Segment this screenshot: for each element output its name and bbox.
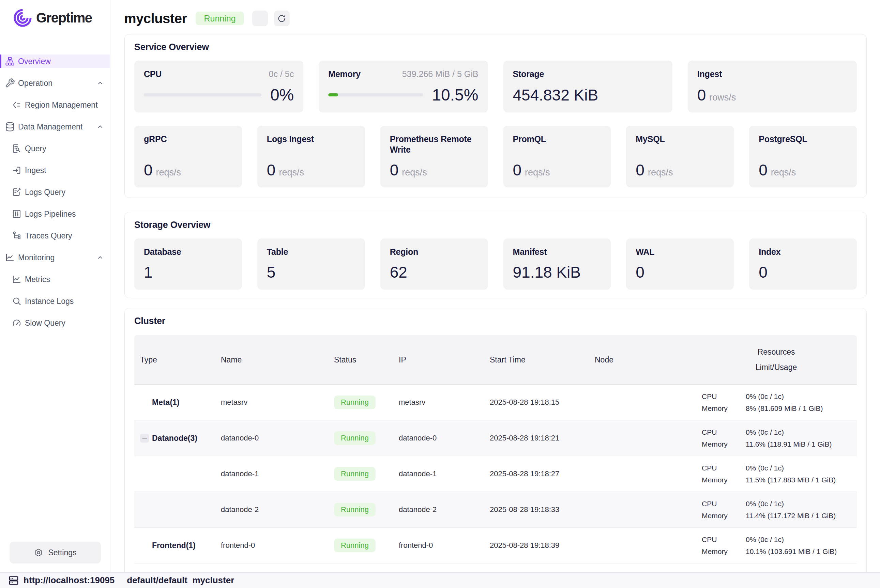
chart-line-icon <box>5 252 15 262</box>
sidebar-item-query[interactable]: Query <box>0 142 110 155</box>
sidebar-item-region-management[interactable]: Region Management <box>0 98 110 112</box>
protocol-label: MySQL <box>636 134 724 144</box>
row-resources: CPU0% (0c / 1c) Memory8% (81.609 MiB / 1… <box>695 385 857 420</box>
memory-percent: 10.5% <box>432 86 478 104</box>
sidebar-item-metrics[interactable]: Metrics <box>0 273 110 286</box>
storage-card-value: 0 <box>759 263 767 281</box>
storage-value: 454.832 KiB <box>513 86 598 104</box>
sidebar-item-label: Monitoring <box>18 253 54 262</box>
sidebar: Greptime Overview <box>0 0 110 572</box>
col-resources-label: Resources <box>758 348 795 357</box>
storage-card-value: 62 <box>390 263 407 281</box>
cpu-percent: 0% <box>270 86 294 104</box>
header-action-button[interactable] <box>252 10 268 26</box>
service-metric-cards: CPU 0c / 5c 0% Memory 539.266 MiB / 5 Gi… <box>134 61 857 112</box>
row-type: Frontend(1) <box>152 541 196 550</box>
app-root: Greptime Overview <box>0 0 880 588</box>
row-status-badge: Running <box>334 396 375 409</box>
page-header: mycluster Running <box>111 0 880 27</box>
memory-label: Memory <box>328 69 360 80</box>
resource-cpu-value: 0% (0c / 1c) <box>746 428 784 436</box>
page-title: mycluster <box>124 11 187 26</box>
cpu-label: CPU <box>144 69 162 80</box>
row-resources: CPU0% (0c / 1c) Memory11.5% (117.883 MiB… <box>695 456 857 492</box>
promql-card: PromQL 0 reqs/s <box>503 126 611 188</box>
wal-card: WAL 0 <box>626 238 734 290</box>
sidebar-group-monitoring[interactable]: Monitoring <box>0 251 110 264</box>
chevron-up-icon <box>96 254 104 261</box>
row-resources: CPU0% (0c / 1c) Memory11.6% (118.91 MiB … <box>695 420 857 456</box>
refresh-icon <box>277 14 286 23</box>
col-ip: IP <box>393 356 484 364</box>
tree-icon <box>12 231 22 241</box>
database-card: Database 1 <box>134 238 242 290</box>
storage-card: Storage 454.832 KiB <box>503 61 673 112</box>
sidebar-item-logs-query[interactable]: Logs Query <box>0 185 110 199</box>
greptime-logo-icon <box>13 8 32 28</box>
memory-limit: 539.266 MiB / 5 GiB <box>402 69 479 79</box>
protocol-value: 0 <box>759 161 767 179</box>
row-resources: CPU0% (0c / 1c) Memory10.1% (103.691 MiB… <box>695 528 857 563</box>
resource-cpu-value: 0% (0c / 1c) <box>746 393 784 400</box>
grpc-card: gRPC 0 reqs/s <box>134 126 242 188</box>
import-icon <box>12 165 22 176</box>
row-ip: datanode-2 <box>393 505 484 514</box>
sidebar-item-instance-logs[interactable]: Instance Logs <box>0 294 110 308</box>
collapse-datanode-button[interactable] <box>140 434 149 442</box>
table-row-datanode-0: Datanode(3) datanode-0 Running datanode-… <box>134 420 857 456</box>
sidebar-item-ingest[interactable]: Ingest <box>0 164 110 177</box>
protocol-unit: reqs/s <box>279 167 304 178</box>
cluster-status-badge: Running <box>196 12 244 25</box>
connection-url[interactable]: http://localhost:19095 <box>24 575 114 586</box>
resource-cpu-label: CPU <box>702 464 746 472</box>
row-ip: datanode-1 <box>393 470 484 478</box>
brand-logo[interactable]: Greptime <box>0 0 110 28</box>
resource-memory-label: Memory <box>702 476 746 484</box>
row-ip: frontend-0 <box>393 541 484 550</box>
protocol-label: gRPC <box>144 134 233 144</box>
sidebar-nav: Overview Operation <box>0 54 110 330</box>
row-name: metasrv <box>215 398 328 407</box>
gear-icon <box>34 548 43 557</box>
row-status-badge: Running <box>334 431 375 445</box>
sliders-icon <box>12 209 22 219</box>
storage-cards: Database 1 Table 5 Region 62 Manifest 91… <box>134 238 857 290</box>
postgresql-card: PostgreSQL 0 reqs/s <box>749 126 857 188</box>
main-content: mycluster Running Service Overview CPU 0… <box>111 0 880 572</box>
col-limit-usage-label: Limit/Usage <box>755 363 797 372</box>
row-name: frontend-0 <box>215 541 328 550</box>
protocol-value: 0 <box>513 161 522 179</box>
sidebar-item-overview[interactable]: Overview <box>0 54 110 68</box>
server-icon <box>8 575 19 586</box>
row-type: Meta(1) <box>152 398 180 407</box>
storage-card-label: Table <box>267 247 356 257</box>
ingest-unit: rows/s <box>709 92 736 103</box>
sidebar-group-operation[interactable]: Operation <box>0 76 110 90</box>
resource-cpu-value: 0% (0c / 1c) <box>746 464 784 472</box>
sidebar-item-logs-pipelines[interactable]: Logs Pipelines <box>0 207 110 221</box>
row-start-time: 2025-08-28 19:18:15 <box>484 398 589 407</box>
row-name: datanode-1 <box>215 470 328 478</box>
row-start-time: 2025-08-28 19:18:33 <box>484 505 589 514</box>
sidebar-item-label: Slow Query <box>25 318 65 328</box>
table-row-datanode-2: datanode-2 Running datanode-2 2025-08-28… <box>134 492 857 528</box>
current-database[interactable]: default/default_mycluster <box>127 575 234 586</box>
sitemap-icon <box>5 56 15 66</box>
sidebar-item-label: Metrics <box>25 275 50 284</box>
refresh-button[interactable] <box>274 10 290 26</box>
settings-label: Settings <box>48 548 77 557</box>
settings-button[interactable]: Settings <box>9 542 101 564</box>
col-node: Node <box>589 356 695 364</box>
ingest-card: Ingest 0 rows/s <box>688 61 857 112</box>
storage-label: Storage <box>513 69 544 80</box>
cluster-title: Cluster <box>134 316 857 326</box>
table-card: Table 5 <box>257 238 365 290</box>
chart-line-icon <box>12 274 22 285</box>
sidebar-item-slow-query[interactable]: Slow Query <box>0 316 110 330</box>
protocol-label: PromQL <box>513 134 602 144</box>
sidebar-group-data-management[interactable]: Data Management <box>0 120 110 134</box>
protocol-unit: reqs/s <box>525 167 550 178</box>
resource-cpu-label: CPU <box>702 536 746 544</box>
col-type: Type <box>134 356 215 364</box>
sidebar-item-traces-query[interactable]: Traces Query <box>0 229 110 243</box>
